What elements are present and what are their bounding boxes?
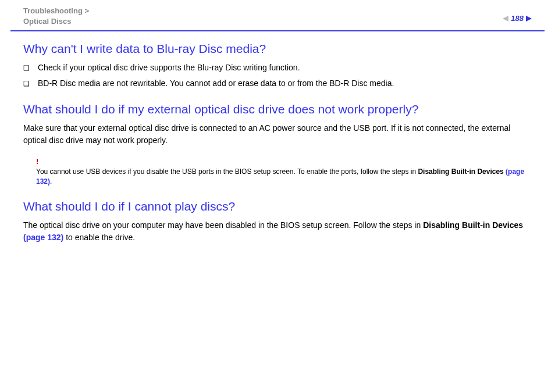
body-suffix: to enable the drive.	[63, 233, 135, 242]
body-external-drive: Make sure that your external optical dis…	[23, 122, 532, 147]
note-block: ! You cannot use USB devices if you disa…	[36, 157, 532, 187]
bullet-text: BD-R Disc media are not rewritable. You …	[38, 77, 394, 90]
next-page-arrow-icon[interactable]	[526, 16, 532, 22]
heading-bluray: Why can't I write data to Blu-ray Disc m…	[23, 42, 532, 56]
body-prefix: The optical disc drive on your computer …	[23, 220, 423, 230]
body-link-page[interactable]: (page 132)	[23, 233, 63, 242]
breadcrumb: Troubleshooting > Optical Discs	[23, 6, 89, 27]
note-text: You cannot use USB devices if you disabl…	[36, 167, 532, 187]
page-header: Troubleshooting > Optical Discs 188	[0, 0, 555, 30]
bullet-list-bluray: ❑ Check if your optical disc drive suppo…	[23, 62, 532, 90]
prev-page-arrow-icon[interactable]	[503, 16, 508, 22]
list-item: ❑ BD-R Disc media are not rewritable. Yo…	[23, 77, 532, 90]
heading-external-drive: What should I do if my external optical …	[23, 102, 532, 116]
page-number: 188	[511, 14, 524, 23]
note-link-bold[interactable]: Disabling Built-in Devices	[418, 168, 506, 176]
list-item: ❑ Check if your optical disc drive suppo…	[23, 62, 532, 74]
note-suffix: .	[50, 177, 52, 186]
breadcrumb-line2: Optical Discs	[23, 17, 71, 26]
bullet-icon: ❑	[23, 79, 30, 89]
bullet-icon: ❑	[23, 63, 30, 73]
bullet-text: Check if your optical disc drive support…	[38, 62, 300, 74]
note-prefix: You cannot use USB devices if you disabl…	[36, 168, 418, 176]
breadcrumb-line1: Troubleshooting >	[23, 6, 89, 15]
header-divider	[10, 30, 545, 31]
heading-cannot-play: What should I do if I cannot play discs?	[23, 199, 532, 213]
note-exclaim-icon: !	[36, 157, 532, 166]
body-link-bold[interactable]: Disabling Built-in Devices	[423, 220, 523, 230]
page-content: Why can't I write data to Blu-ray Disc m…	[0, 42, 555, 244]
page-navigation: 188	[503, 6, 532, 23]
body-cannot-play: The optical disc drive on your computer …	[23, 219, 532, 244]
